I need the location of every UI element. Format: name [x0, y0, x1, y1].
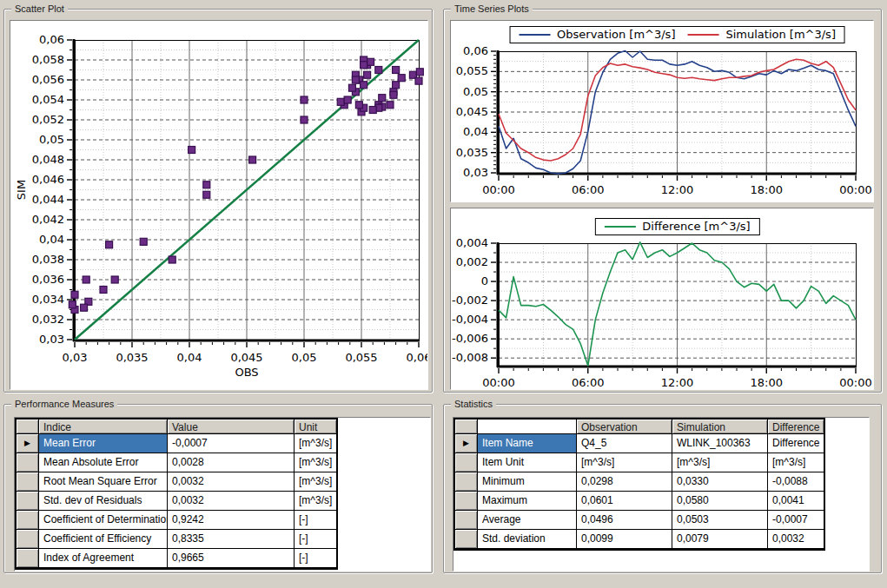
svg-text:0,05: 0,05	[463, 85, 488, 98]
table-cell[interactable]: 0,0099	[577, 530, 672, 549]
legend-entry: Observation [m^3/s]	[519, 28, 675, 41]
table-cell[interactable]: 0,0032	[768, 530, 824, 549]
svg-text:0,032: 0,032	[32, 313, 64, 326]
table-cell[interactable]: Index of Agreement	[39, 549, 168, 568]
table-cell[interactable]: Root Mean Square Error	[39, 472, 168, 492]
table-cell[interactable]: [m^3/s]	[295, 434, 336, 453]
table-cell[interactable]: -0,0007	[168, 434, 295, 453]
legend-label: Difference [m^3/s]	[642, 220, 750, 233]
table-cell[interactable]: Item Unit	[478, 453, 577, 472]
table-cell[interactable]: 0,0041	[768, 492, 824, 511]
svg-text:00:00: 00:00	[482, 183, 514, 196]
column-header: Simulation	[672, 420, 768, 434]
table-cell[interactable]: [m^3/s]	[672, 453, 768, 472]
statistics-table-panel: ObservationSimulationDifference▶Item Nam…	[453, 417, 870, 571]
current-row-arrow-icon: ▶	[24, 439, 30, 447]
column-header: Value	[168, 420, 295, 434]
svg-text:00:00: 00:00	[839, 376, 871, 389]
scatter-plot-group-title: Scatter Plot	[11, 3, 68, 15]
svg-text:0,055: 0,055	[345, 351, 377, 364]
table-cell[interactable]: [-]	[295, 511, 336, 530]
difference-panel: Difference [m^3/s] 0,0040,0020-0,002-0,0…	[450, 208, 874, 390]
table-cell[interactable]: Difference	[768, 434, 824, 453]
table-cell[interactable]: Average	[478, 511, 577, 530]
svg-text:0,04: 0,04	[39, 233, 64, 246]
table-cell[interactable]: 0,0032	[168, 472, 295, 492]
svg-text:0,035: 0,035	[116, 351, 148, 364]
column-header: Indice	[39, 420, 168, 434]
table-cell[interactable]: Coefficient of Determination	[39, 511, 168, 530]
row-selector[interactable]	[17, 511, 39, 530]
row-selector[interactable]	[455, 530, 478, 549]
column-header: Observation	[577, 420, 672, 434]
table-cell[interactable]: 0,0028	[168, 453, 295, 472]
table-cell[interactable]: [-]	[295, 549, 336, 568]
svg-text:0,045: 0,045	[456, 105, 488, 118]
difference-legend: Difference [m^3/s]	[594, 218, 759, 235]
row-selector[interactable]: ▶	[17, 434, 39, 453]
table-cell[interactable]: 0,0298	[577, 472, 672, 492]
table-cell[interactable]: 0,0580	[672, 492, 768, 511]
svg-text:-0,006: -0,006	[452, 332, 488, 345]
performance-measures-group-title: Performance Measures	[11, 398, 117, 410]
table-cell[interactable]: Mean Error	[39, 434, 168, 453]
table-cell[interactable]: [m^3/s]	[295, 492, 336, 511]
row-selector[interactable]: ▶	[455, 434, 478, 453]
svg-text:0,042: 0,042	[32, 213, 64, 226]
row-selector[interactable]	[17, 472, 39, 492]
table-cell[interactable]: 0,0503	[672, 511, 768, 530]
table-cell[interactable]: [m^3/s]	[295, 472, 336, 492]
table-cell[interactable]: Mean Absolute Error	[39, 453, 168, 472]
svg-text:0,05: 0,05	[292, 351, 317, 364]
table-cell[interactable]: Std. dev of Residuals	[39, 492, 168, 511]
svg-text:SIM: SIM	[15, 180, 28, 200]
table-cell[interactable]: Q4_5	[577, 434, 672, 453]
svg-text:18:00: 18:00	[751, 376, 783, 389]
row-selector[interactable]	[17, 492, 39, 511]
svg-text:00:00: 00:00	[839, 183, 871, 196]
svg-text:0,03: 0,03	[463, 166, 488, 179]
timeseries-legend: Observation [m^3/s]Simulation [m^3/s]	[509, 26, 845, 43]
svg-text:0,04: 0,04	[177, 351, 202, 364]
row-selector[interactable]	[17, 453, 39, 472]
row-selector[interactable]	[17, 549, 39, 568]
svg-text:0,038: 0,038	[32, 253, 64, 266]
table-cell[interactable]: -0,0007	[768, 511, 824, 530]
table-cell[interactable]: 0,0601	[577, 492, 672, 511]
table-cell[interactable]: [-]	[295, 530, 336, 549]
table-cell[interactable]: Std. deviation	[478, 530, 577, 549]
svg-text:0,05: 0,05	[39, 133, 64, 146]
table-cell[interactable]: Item Name	[478, 434, 577, 453]
svg-text:06:00: 06:00	[572, 376, 604, 389]
svg-text:-0,004: -0,004	[452, 313, 488, 326]
table-cell[interactable]: -0,0088	[768, 472, 824, 492]
scatter-plot-group: Scatter Plot 0,060,0580,0560,0540,0520,0…	[3, 9, 433, 393]
row-selector[interactable]	[455, 453, 478, 472]
svg-text:0,058: 0,058	[32, 53, 64, 66]
legend-line-sample-icon	[604, 226, 635, 228]
table-cell[interactable]: 0,9242	[168, 511, 295, 530]
table-cell[interactable]: 0,0079	[672, 530, 768, 549]
current-row-arrow-icon: ▶	[463, 439, 469, 447]
table-cell[interactable]: Coefficient of Efficiency	[39, 530, 168, 549]
table-cell[interactable]: 0,9665	[168, 549, 295, 568]
table-cell[interactable]: 0,0032	[168, 492, 295, 511]
statistics-group: Statistics ObservationSimulationDifferen…	[443, 404, 882, 573]
table-cell[interactable]: 0,8335	[168, 530, 295, 549]
table-cell[interactable]: [m^3/s]	[768, 453, 824, 472]
table-cell[interactable]: Minimum	[478, 472, 577, 492]
legend-entry: Difference [m^3/s]	[604, 220, 750, 233]
row-selector[interactable]	[17, 530, 39, 549]
column-header	[455, 420, 478, 434]
table-cell[interactable]: 0,0496	[577, 511, 672, 530]
svg-text:OBS: OBS	[235, 366, 258, 379]
legend-entry: Simulation [m^3/s]	[687, 28, 836, 41]
table-cell[interactable]: [m^3/s]	[295, 453, 336, 472]
table-cell[interactable]: Maximum	[478, 492, 577, 511]
table-cell[interactable]: WLINK_100363	[672, 434, 768, 453]
row-selector[interactable]	[455, 472, 478, 492]
table-cell[interactable]: [m^3/s]	[577, 453, 672, 472]
table-cell[interactable]: 0,0330	[672, 472, 768, 492]
row-selector[interactable]	[455, 492, 478, 511]
row-selector[interactable]	[455, 511, 478, 530]
